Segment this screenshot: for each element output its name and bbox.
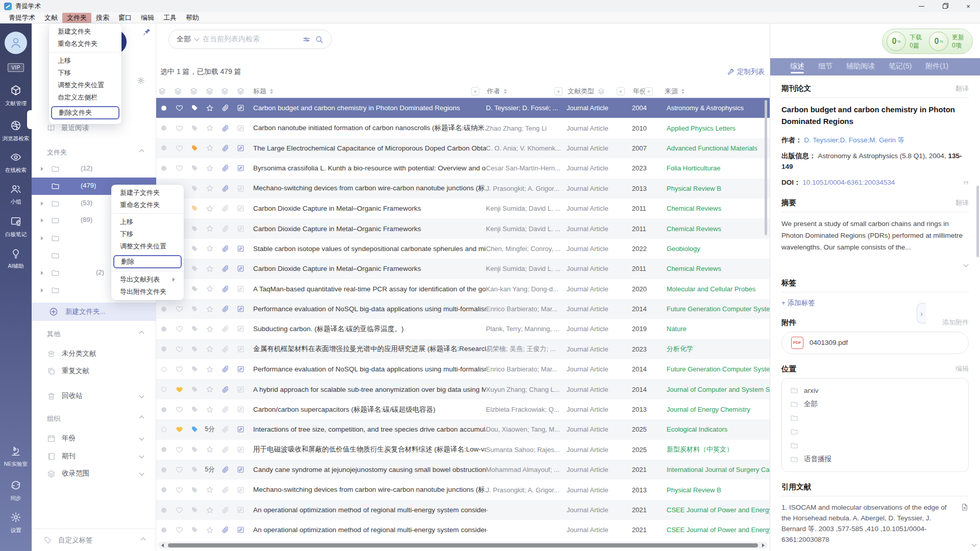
rating-cell[interactable] [202, 285, 217, 293]
add-reference-icon[interactable] [961, 503, 969, 511]
rail-item-sync[interactable]: 同步 [0, 480, 32, 502]
read-status-cell[interactable] [156, 346, 172, 352]
attachment-cell[interactable] [217, 466, 233, 473]
tag-cell[interactable] [187, 124, 202, 132]
column-resize-handle[interactable]: + [617, 87, 625, 95]
column-header-作者[interactable]: 作者 [487, 87, 507, 96]
sort-icon[interactable] [504, 89, 507, 94]
chevron-down-icon[interactable] [139, 393, 144, 398]
read-status-cell[interactable] [156, 106, 172, 111]
favorite-cell[interactable] [172, 466, 187, 473]
row-source-link[interactable]: Journal of Energy Chemistry [664, 406, 770, 413]
read-status-cell[interactable] [156, 508, 172, 513]
tag-cell[interactable] [187, 205, 202, 212]
tag-cell[interactable] [187, 144, 202, 152]
new-folder-button[interactable]: 新建文件夹... [32, 303, 156, 321]
search-icon[interactable] [315, 35, 324, 44]
column-header-标题[interactable]: 标题 [253, 87, 273, 96]
sidebar-item-year[interactable]: 年份 [32, 431, 156, 446]
favorite-cell[interactable] [172, 406, 187, 413]
attachment-cell[interactable] [217, 305, 233, 313]
table-row[interactable]: 金属有机框架材料在表面增强拉曼光谱中的应用研究进展 (标题译名:Research… [156, 339, 770, 359]
row-source-link[interactable]: CSEE Journal of Power and Energy S [664, 506, 770, 514]
menu-item[interactable]: 导出附件文件夹 [111, 286, 184, 298]
menu-item[interactable]: 下移 [111, 228, 184, 240]
note-cell[interactable] [233, 245, 248, 253]
row-source-link[interactable]: International Journal of Surgery Case [664, 466, 770, 473]
favorite-cell[interactable] [172, 446, 187, 454]
layers-icon[interactable] [598, 88, 605, 95]
row-source-link[interactable]: Astronomy & Astrophysics [664, 104, 770, 112]
table-row[interactable]: Subducting carbon. (标题译名:碳的亚临界温度。)Plank,… [156, 319, 770, 339]
table-row[interactable]: Carbon Dioxide Capture in Metal–Organic … [156, 198, 770, 218]
tab-辅助阅读[interactable]: 辅助阅读 [846, 58, 875, 76]
custom-tags-bar[interactable]: 自定义标签 [32, 529, 156, 551]
row-source-link[interactable]: Molecular and Cellular Probes [664, 285, 770, 293]
edit-location-button[interactable]: 编辑 [955, 364, 969, 373]
attachment-cell[interactable] [217, 325, 233, 333]
favorite-cell[interactable] [172, 104, 187, 112]
menu-item[interactable]: 上移 [49, 55, 121, 67]
attachment-cell[interactable] [217, 205, 233, 212]
layers-icon[interactable] [190, 87, 198, 96]
collapse-up-icon[interactable] [141, 538, 146, 543]
note-cell[interactable] [233, 305, 248, 313]
rail-item-groups[interactable]: 小组 [0, 183, 32, 206]
row-source-link[interactable]: Applied Physics Letters [664, 124, 770, 132]
rating-cell[interactable] [202, 506, 217, 514]
menu-item[interactable]: 重命名文件夹 [111, 199, 184, 211]
disclosure-arrow-icon[interactable] [41, 288, 43, 292]
column-resize-handle[interactable]: + [554, 87, 562, 95]
location-item[interactable]: 全部 [790, 397, 960, 411]
restore-button[interactable] [933, 0, 957, 12]
table-row[interactable]: 5分Candy cane syndrome at jejunojejunosto… [156, 460, 770, 480]
read-status-cell[interactable] [156, 528, 172, 533]
read-status-cell[interactable] [156, 467, 172, 472]
note-cell[interactable] [233, 345, 248, 353]
rating-cell[interactable] [202, 406, 217, 414]
tag-cell[interactable] [187, 446, 202, 454]
rating-cell[interactable] [202, 365, 217, 373]
customize-list-button[interactable]: 定制列表 [727, 67, 765, 77]
column-header-文献类型[interactable]: 文献类型 [568, 87, 605, 96]
menubar-item[interactable]: 文献 [40, 13, 62, 23]
note-cell[interactable] [233, 386, 248, 393]
location-item[interactable] [790, 425, 960, 439]
tag-cell[interactable] [187, 425, 202, 433]
note-cell[interactable] [233, 144, 248, 152]
row-source-link[interactable]: Physical Review B [664, 185, 770, 192]
chevron-down-icon[interactable] [139, 454, 144, 459]
rating-cell[interactable] [202, 486, 217, 494]
menu-item[interactable]: 删除 [113, 255, 182, 268]
menu-item[interactable]: 重命名文件夹 [49, 38, 121, 50]
favorite-cell[interactable] [172, 345, 187, 353]
search-bar[interactable]: 全部 在当前列表内检索 [168, 30, 332, 49]
table-vertical-scrollbar[interactable] [765, 100, 767, 235]
menubar-item[interactable]: 工具 [159, 13, 181, 23]
chevron-down-icon[interactable] [139, 436, 144, 441]
note-cell[interactable] [233, 124, 248, 132]
tag-cell[interactable] [187, 305, 202, 313]
menu-item[interactable]: 新建文件夹 [49, 26, 121, 38]
rating-cell[interactable]: 5分 [202, 465, 217, 474]
favorite-cell[interactable] [172, 526, 187, 534]
collapse-section-icon[interactable] [139, 331, 144, 336]
tag-cell[interactable] [187, 285, 202, 293]
note-cell[interactable] [233, 406, 248, 413]
favorite-cell[interactable] [172, 325, 187, 333]
doi-link[interactable]: 10.1051/0004-6361:20034534 [802, 179, 895, 186]
tag-cell[interactable] [187, 345, 202, 353]
tag-cell[interactable] [187, 386, 202, 393]
read-status-cell[interactable] [156, 387, 172, 392]
disclosure-arrow-icon[interactable] [41, 218, 43, 222]
table-row[interactable]: Carbon Dioxide Capture in Metal–Organic … [156, 218, 770, 238]
tag-cell[interactable] [187, 104, 202, 112]
tag-cell[interactable] [187, 486, 202, 494]
read-status-cell[interactable] [156, 307, 172, 312]
disclosure-arrow-icon[interactable] [41, 236, 43, 240]
attachment-cell[interactable] [217, 144, 233, 152]
table-row[interactable]: Carbon/carbon supercapacitors (标题译名:碳/碳超… [156, 399, 770, 419]
rail-item-settings[interactable]: 设置 [0, 512, 32, 534]
table-row[interactable]: 5分Interactions of tree size, competition… [156, 419, 770, 439]
rating-cell[interactable] [202, 385, 217, 393]
